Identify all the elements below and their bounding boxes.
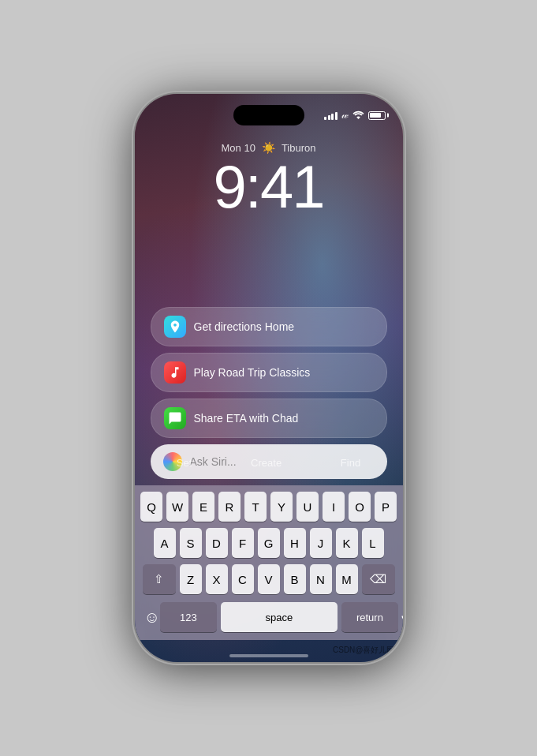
emoji-icon[interactable]: ☺: [144, 604, 160, 631]
key-r[interactable]: R: [218, 492, 241, 522]
key-y[interactable]: Y: [270, 492, 293, 522]
key-return[interactable]: return: [341, 602, 398, 632]
key-g[interactable]: G: [258, 528, 280, 558]
key-i[interactable]: I: [323, 492, 345, 522]
key-j[interactable]: J: [310, 528, 332, 558]
dynamic-island: [233, 105, 304, 125]
keyboard: Q W E R T Y U I O P A S D F G H J K L ⇧ …: [135, 485, 403, 640]
date-text: Mon 10: [222, 142, 255, 154]
clock-time: 9:41: [135, 157, 403, 217]
key-e[interactable]: E: [192, 492, 214, 522]
sun-icon: ☀️: [262, 141, 275, 154]
key-x[interactable]: X: [206, 564, 228, 594]
shortcut-create[interactable]: Create: [251, 457, 282, 469]
keyboard-row-4: ☺ 123 space return: [138, 601, 400, 635]
signal-icon: [324, 110, 337, 120]
suggestions-area: Get directions Home Play Road Trip Class…: [135, 307, 403, 479]
key-w[interactable]: W: [166, 492, 188, 522]
key-v[interactable]: V: [258, 564, 280, 594]
phone-frame: 𝓌 Mon 10 ☀️ Tiburon 9:41: [135, 94, 403, 662]
key-d[interactable]: D: [206, 528, 228, 558]
suggestion-music-text: Play Road Trip Classics: [194, 366, 311, 379]
shortcut-find[interactable]: Find: [341, 457, 360, 469]
wifi-icon: [352, 110, 364, 120]
keyboard-row-3: ⇧ Z X C V B N M ⌫: [138, 564, 400, 594]
key-backspace[interactable]: ⌫: [362, 564, 395, 594]
key-123[interactable]: 123: [160, 602, 217, 632]
microphone-icon[interactable]: [398, 604, 403, 631]
key-n[interactable]: N: [310, 564, 332, 594]
shortcut-set[interactable]: Set: [177, 457, 192, 469]
suggestion-messages-text: Share ETA with Chad: [194, 412, 299, 425]
key-f[interactable]: F: [232, 528, 254, 558]
key-shift[interactable]: ⇧: [143, 564, 176, 594]
suggestion-music[interactable]: Play Road Trip Classics: [151, 353, 387, 392]
battery-icon: [368, 111, 386, 120]
key-o[interactable]: O: [349, 492, 371, 522]
messages-icon: [164, 407, 186, 429]
key-t[interactable]: T: [244, 492, 267, 522]
key-s[interactable]: S: [180, 528, 202, 558]
key-a[interactable]: A: [154, 528, 176, 558]
key-l[interactable]: L: [362, 528, 384, 558]
keyboard-row-2: A S D F G H J K L: [138, 528, 400, 558]
suggestion-messages[interactable]: Share ETA with Chad: [151, 399, 387, 438]
key-m[interactable]: M: [336, 564, 358, 594]
maps-icon: [164, 316, 186, 338]
key-k[interactable]: K: [336, 528, 358, 558]
suggestion-directions-text: Get directions Home: [194, 320, 295, 333]
key-b[interactable]: B: [284, 564, 306, 594]
home-indicator: [229, 654, 308, 657]
key-h[interactable]: H: [284, 528, 306, 558]
key-p[interactable]: P: [375, 492, 397, 522]
key-c[interactable]: C: [232, 564, 254, 594]
keyboard-row-1: Q W E R T Y U I O P: [138, 492, 400, 522]
key-u[interactable]: U: [296, 492, 319, 522]
shortcut-row: Set Create Find: [135, 457, 403, 469]
key-z[interactable]: Z: [180, 564, 202, 594]
watermark: CSDN@喜好儿网: [333, 645, 395, 656]
key-space[interactable]: space: [221, 602, 337, 632]
wifi-icon: 𝓌: [341, 109, 349, 122]
suggestion-directions[interactable]: Get directions Home: [151, 307, 387, 346]
music-icon: [164, 361, 186, 384]
status-icons: 𝓌: [324, 109, 386, 122]
date-weather-row: Mon 10 ☀️ Tiburon: [135, 141, 403, 154]
key-q[interactable]: Q: [140, 492, 162, 522]
lockscreen-info: Mon 10 ☀️ Tiburon 9:41: [135, 141, 403, 217]
location-text: Tiburon: [282, 142, 316, 154]
